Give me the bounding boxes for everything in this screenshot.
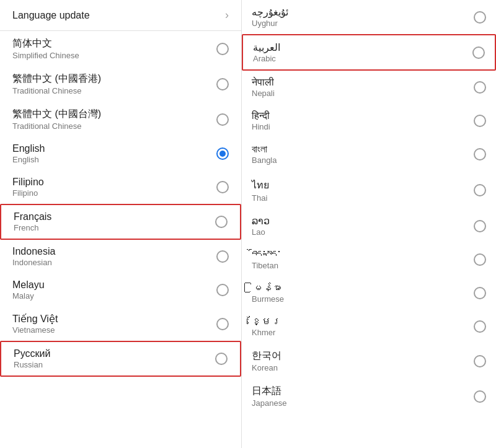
- radio-button[interactable]: [216, 318, 229, 330]
- radio-button[interactable]: [216, 43, 229, 55]
- right-lang-item-0[interactable]: ئۇيغۇرچەUyghur: [242, 0, 496, 34]
- radio-button[interactable]: [474, 220, 486, 232]
- lang-sub: English: [12, 155, 45, 164]
- lang-sub: Russian: [14, 360, 50, 369]
- language-update-row[interactable]: Language update ›: [0, 0, 241, 31]
- radio-button[interactable]: [216, 181, 229, 193]
- lang-name: ไทย: [252, 177, 269, 193]
- left-lang-item-5[interactable]: FrançaisFrench: [0, 204, 241, 240]
- lang-name: 日本語: [252, 385, 286, 398]
- right-lang-item-2[interactable]: नेपालीNepali: [242, 71, 496, 104]
- lang-sub: Arabic: [253, 54, 280, 63]
- left-language-list: 简体中文Simplified Chinese繁體中文 (中國香港)Traditi…: [0, 31, 241, 377]
- lang-sub: Thai: [252, 193, 269, 203]
- right-lang-item-11[interactable]: 日本語Japanese: [242, 379, 496, 414]
- radio-button[interactable]: [216, 284, 229, 296]
- radio-button[interactable]: [474, 390, 486, 403]
- lang-name: Melayu: [12, 279, 45, 291]
- radio-button[interactable]: [216, 147, 229, 160]
- lang-name: हिन्दी: [252, 110, 270, 121]
- lang-name: Русский: [14, 348, 50, 359]
- language-update-label: Language update: [12, 10, 90, 21]
- right-lang-item-6[interactable]: ລາວLao: [242, 209, 496, 243]
- radio-button[interactable]: [474, 115, 486, 127]
- lang-sub: Vietnamese: [12, 325, 58, 335]
- lang-sub: Traditional Chinese: [12, 86, 101, 95]
- left-lang-item-8[interactable]: Tiếng ViệtVietnamese: [0, 307, 241, 341]
- radio-button[interactable]: [474, 287, 486, 299]
- right-lang-item-1[interactable]: العربيةArabic: [242, 34, 496, 71]
- right-lang-item-5[interactable]: ไทยThai: [242, 171, 496, 209]
- lang-sub: Filipino: [12, 188, 44, 198]
- lang-sub: Bangla: [252, 156, 277, 165]
- radio-button[interactable]: [215, 216, 228, 228]
- lang-name: English: [12, 143, 45, 154]
- lang-sub: Tibetan: [252, 261, 281, 270]
- lang-name: বাংলা: [252, 144, 277, 155]
- lang-name: 简体中文: [12, 37, 79, 50]
- left-lang-item-3[interactable]: EnglishEnglish: [0, 137, 241, 170]
- lang-name: العربية: [253, 42, 280, 53]
- lang-name: नेपाली: [252, 77, 275, 88]
- left-lang-item-2[interactable]: 繁體中文 (中國台灣)Traditional Chinese: [0, 102, 241, 137]
- lang-name: Tiếng Việt: [12, 313, 58, 325]
- lang-name: ئۇيغۇرچە: [252, 6, 288, 18]
- lang-name: ລາວ: [252, 215, 270, 227]
- radio-button[interactable]: [474, 11, 486, 24]
- radio-button[interactable]: [474, 355, 486, 367]
- lang-sub: Traditional Chinese: [12, 121, 101, 131]
- radio-button[interactable]: [215, 353, 228, 365]
- left-lang-item-4[interactable]: FilipinoFilipino: [0, 170, 241, 204]
- lang-name: Français: [14, 211, 51, 222]
- chevron-right-icon: ›: [225, 9, 229, 22]
- lang-sub: Khmer: [252, 328, 281, 337]
- lang-name: 한국어: [252, 349, 281, 362]
- radio-button[interactable]: [216, 113, 229, 126]
- lang-name: Indonesia: [12, 246, 55, 257]
- right-panel: ئۇيغۇرچەUyghurالعربيةArabicनेपालीNepaliह…: [242, 0, 496, 448]
- lang-name: ខ្មែរ: [252, 316, 281, 327]
- right-lang-item-3[interactable]: हिन्दीHindi: [242, 104, 496, 138]
- right-lang-item-8[interactable]: မြန်မာBurmese: [242, 276, 496, 310]
- lang-name: 繁體中文 (中國台灣): [12, 108, 101, 121]
- lang-sub: Hindi: [252, 122, 270, 131]
- lang-sub: Burmese: [252, 294, 284, 304]
- right-lang-item-7[interactable]: བོད་སྐད་Tibetan: [242, 243, 496, 276]
- radio-button[interactable]: [474, 81, 486, 94]
- left-lang-item-9[interactable]: РусскийRussian: [0, 341, 241, 377]
- lang-sub: Indonesian: [12, 258, 55, 267]
- right-language-list: ئۇيغۇرچەUyghurالعربيةArabicनेपालीNepaliह…: [242, 0, 496, 414]
- radio-button[interactable]: [474, 253, 486, 266]
- lang-sub: Malay: [12, 291, 45, 301]
- lang-sub: Korean: [252, 363, 281, 372]
- radio-button[interactable]: [474, 184, 486, 196]
- right-lang-item-4[interactable]: বাংলাBangla: [242, 138, 496, 171]
- radio-button[interactable]: [472, 46, 485, 59]
- radio-button[interactable]: [216, 250, 229, 263]
- right-lang-item-10[interactable]: 한국어Korean: [242, 343, 496, 379]
- lang-sub: Nepali: [252, 89, 275, 98]
- radio-inner: [219, 151, 226, 157]
- lang-name: 繁體中文 (中國香港): [12, 72, 101, 86]
- lang-sub: Simplified Chinese: [12, 51, 79, 60]
- lang-name: Filipino: [12, 177, 44, 188]
- radio-button[interactable]: [474, 320, 486, 333]
- language-settings-container: Language update › 简体中文Simplified Chinese…: [0, 0, 496, 448]
- lang-name: မြန်မာ: [252, 283, 284, 294]
- left-lang-item-6[interactable]: IndonesiaIndonesian: [0, 240, 241, 273]
- right-lang-item-9[interactable]: ខ្មែរKhmer: [242, 310, 496, 343]
- lang-name: བོད་སྐད་: [252, 249, 281, 260]
- lang-sub: Japanese: [252, 398, 286, 408]
- lang-sub: French: [14, 223, 51, 232]
- lang-sub: Lao: [252, 227, 270, 237]
- lang-sub: Uyghur: [252, 19, 288, 28]
- radio-button[interactable]: [216, 78, 229, 90]
- radio-button[interactable]: [474, 148, 486, 160]
- left-lang-item-1[interactable]: 繁體中文 (中國香港)Traditional Chinese: [0, 66, 241, 102]
- left-panel: Language update › 简体中文Simplified Chinese…: [0, 0, 242, 448]
- left-lang-item-0[interactable]: 简体中文Simplified Chinese: [0, 31, 241, 66]
- left-lang-item-7[interactable]: MelayuMalay: [0, 273, 241, 307]
